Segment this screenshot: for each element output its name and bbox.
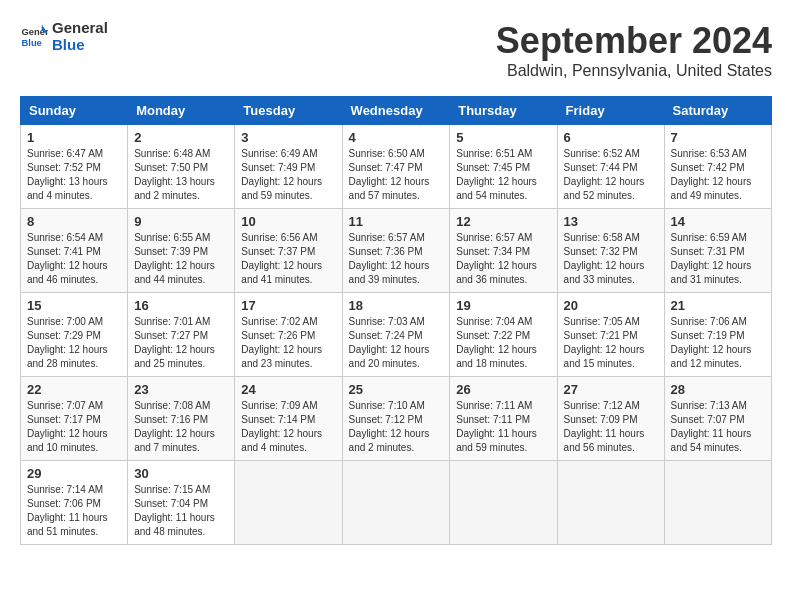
calendar-cell: 6Sunrise: 6:52 AMSunset: 7:44 PMDaylight… [557,125,664,209]
logo-blue: Blue [52,37,108,54]
day-number: 26 [456,382,550,397]
day-header-thursday: Thursday [450,97,557,125]
month-title: September 2024 [496,20,772,62]
calendar-cell: 18Sunrise: 7:03 AMSunset: 7:24 PMDayligh… [342,293,450,377]
day-number: 10 [241,214,335,229]
calendar-cell: 13Sunrise: 6:58 AMSunset: 7:32 PMDayligh… [557,209,664,293]
day-header-monday: Monday [128,97,235,125]
calendar-cell: 2Sunrise: 6:48 AMSunset: 7:50 PMDaylight… [128,125,235,209]
calendar-cell: 14Sunrise: 6:59 AMSunset: 7:31 PMDayligh… [664,209,771,293]
day-info: Sunrise: 6:56 AMSunset: 7:37 PMDaylight:… [241,231,335,287]
header: General Blue General Blue September 2024… [20,20,772,80]
day-number: 20 [564,298,658,313]
day-number: 27 [564,382,658,397]
day-number: 13 [564,214,658,229]
calendar-cell: 21Sunrise: 7:06 AMSunset: 7:19 PMDayligh… [664,293,771,377]
day-info: Sunrise: 7:13 AMSunset: 7:07 PMDaylight:… [671,399,765,455]
day-info: Sunrise: 7:06 AMSunset: 7:19 PMDaylight:… [671,315,765,371]
day-header-saturday: Saturday [664,97,771,125]
day-number: 3 [241,130,335,145]
calendar-cell: 22Sunrise: 7:07 AMSunset: 7:17 PMDayligh… [21,377,128,461]
calendar-cell: 5Sunrise: 6:51 AMSunset: 7:45 PMDaylight… [450,125,557,209]
day-number: 8 [27,214,121,229]
day-header-friday: Friday [557,97,664,125]
calendar-cell: 28Sunrise: 7:13 AMSunset: 7:07 PMDayligh… [664,377,771,461]
day-number: 22 [27,382,121,397]
calendar-cell [235,461,342,545]
day-info: Sunrise: 7:08 AMSunset: 7:16 PMDaylight:… [134,399,228,455]
calendar-cell: 24Sunrise: 7:09 AMSunset: 7:14 PMDayligh… [235,377,342,461]
day-number: 17 [241,298,335,313]
calendar-cell [664,461,771,545]
calendar-week-row: 1Sunrise: 6:47 AMSunset: 7:52 PMDaylight… [21,125,772,209]
day-number: 5 [456,130,550,145]
calendar-cell: 29Sunrise: 7:14 AMSunset: 7:06 PMDayligh… [21,461,128,545]
day-number: 7 [671,130,765,145]
calendar-cell: 16Sunrise: 7:01 AMSunset: 7:27 PMDayligh… [128,293,235,377]
calendar-cell: 3Sunrise: 6:49 AMSunset: 7:49 PMDaylight… [235,125,342,209]
day-number: 14 [671,214,765,229]
calendar-cell: 1Sunrise: 6:47 AMSunset: 7:52 PMDaylight… [21,125,128,209]
day-number: 9 [134,214,228,229]
day-number: 30 [134,466,228,481]
day-info: Sunrise: 7:07 AMSunset: 7:17 PMDaylight:… [27,399,121,455]
calendar-cell: 17Sunrise: 7:02 AMSunset: 7:26 PMDayligh… [235,293,342,377]
day-number: 29 [27,466,121,481]
location-title: Baldwin, Pennsylvania, United States [496,62,772,80]
calendar-cell: 12Sunrise: 6:57 AMSunset: 7:34 PMDayligh… [450,209,557,293]
day-info: Sunrise: 6:57 AMSunset: 7:34 PMDaylight:… [456,231,550,287]
day-info: Sunrise: 6:49 AMSunset: 7:49 PMDaylight:… [241,147,335,203]
calendar-cell [450,461,557,545]
calendar-week-row: 22Sunrise: 7:07 AMSunset: 7:17 PMDayligh… [21,377,772,461]
day-info: Sunrise: 6:59 AMSunset: 7:31 PMDaylight:… [671,231,765,287]
calendar-cell: 30Sunrise: 7:15 AMSunset: 7:04 PMDayligh… [128,461,235,545]
day-info: Sunrise: 7:11 AMSunset: 7:11 PMDaylight:… [456,399,550,455]
day-number: 24 [241,382,335,397]
day-info: Sunrise: 7:15 AMSunset: 7:04 PMDaylight:… [134,483,228,539]
logo: General Blue General Blue [20,20,108,53]
day-info: Sunrise: 7:01 AMSunset: 7:27 PMDaylight:… [134,315,228,371]
day-header-wednesday: Wednesday [342,97,450,125]
calendar-week-row: 29Sunrise: 7:14 AMSunset: 7:06 PMDayligh… [21,461,772,545]
day-header-sunday: Sunday [21,97,128,125]
calendar-cell: 8Sunrise: 6:54 AMSunset: 7:41 PMDaylight… [21,209,128,293]
day-number: 25 [349,382,444,397]
calendar-cell: 10Sunrise: 6:56 AMSunset: 7:37 PMDayligh… [235,209,342,293]
calendar-cell: 27Sunrise: 7:12 AMSunset: 7:09 PMDayligh… [557,377,664,461]
day-info: Sunrise: 7:14 AMSunset: 7:06 PMDaylight:… [27,483,121,539]
day-info: Sunrise: 6:58 AMSunset: 7:32 PMDaylight:… [564,231,658,287]
day-number: 6 [564,130,658,145]
logo-icon: General Blue [20,23,48,51]
day-number: 2 [134,130,228,145]
day-number: 18 [349,298,444,313]
calendar-cell: 26Sunrise: 7:11 AMSunset: 7:11 PMDayligh… [450,377,557,461]
calendar-cell: 7Sunrise: 6:53 AMSunset: 7:42 PMDaylight… [664,125,771,209]
day-info: Sunrise: 6:48 AMSunset: 7:50 PMDaylight:… [134,147,228,203]
calendar-cell: 9Sunrise: 6:55 AMSunset: 7:39 PMDaylight… [128,209,235,293]
day-number: 19 [456,298,550,313]
calendar-cell: 15Sunrise: 7:00 AMSunset: 7:29 PMDayligh… [21,293,128,377]
day-info: Sunrise: 7:02 AMSunset: 7:26 PMDaylight:… [241,315,335,371]
calendar-week-row: 8Sunrise: 6:54 AMSunset: 7:41 PMDaylight… [21,209,772,293]
calendar-cell: 23Sunrise: 7:08 AMSunset: 7:16 PMDayligh… [128,377,235,461]
day-info: Sunrise: 6:50 AMSunset: 7:47 PMDaylight:… [349,147,444,203]
logo-general: General [52,20,108,37]
day-info: Sunrise: 7:04 AMSunset: 7:22 PMDaylight:… [456,315,550,371]
day-number: 11 [349,214,444,229]
day-info: Sunrise: 7:10 AMSunset: 7:12 PMDaylight:… [349,399,444,455]
day-number: 1 [27,130,121,145]
day-number: 4 [349,130,444,145]
calendar-table: SundayMondayTuesdayWednesdayThursdayFrid… [20,96,772,545]
day-number: 12 [456,214,550,229]
day-number: 28 [671,382,765,397]
day-info: Sunrise: 7:00 AMSunset: 7:29 PMDaylight:… [27,315,121,371]
calendar-header-row: SundayMondayTuesdayWednesdayThursdayFrid… [21,97,772,125]
day-number: 15 [27,298,121,313]
day-info: Sunrise: 6:47 AMSunset: 7:52 PMDaylight:… [27,147,121,203]
calendar-cell: 4Sunrise: 6:50 AMSunset: 7:47 PMDaylight… [342,125,450,209]
day-info: Sunrise: 6:55 AMSunset: 7:39 PMDaylight:… [134,231,228,287]
calendar-cell [557,461,664,545]
day-info: Sunrise: 7:12 AMSunset: 7:09 PMDaylight:… [564,399,658,455]
day-info: Sunrise: 6:57 AMSunset: 7:36 PMDaylight:… [349,231,444,287]
calendar-week-row: 15Sunrise: 7:00 AMSunset: 7:29 PMDayligh… [21,293,772,377]
